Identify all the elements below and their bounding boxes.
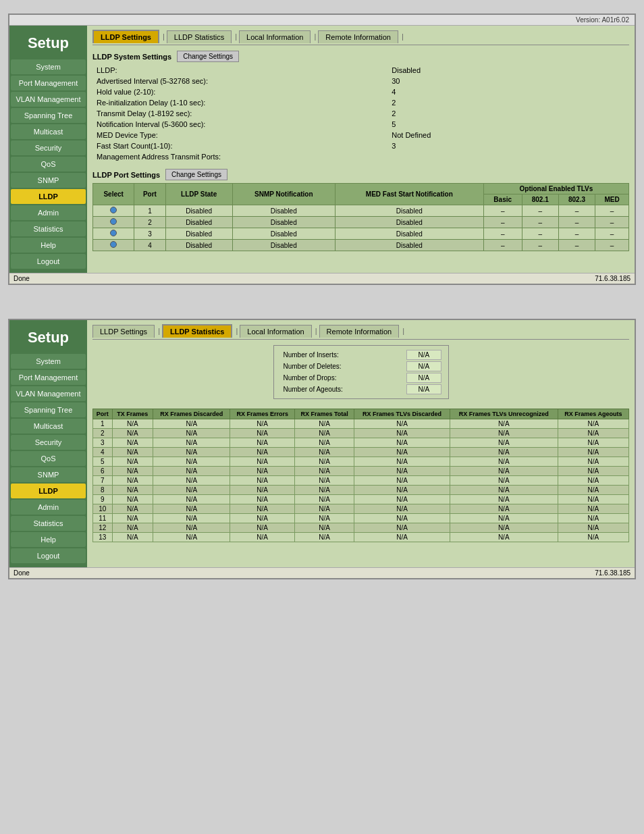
- tab2-remote-info[interactable]: Remote Information: [319, 325, 400, 338]
- stats-cell: N/A: [354, 504, 450, 514]
- stats-cell: N/A: [153, 495, 230, 504]
- sidebar-item-vlan-2[interactable]: VLAN Management: [11, 386, 86, 401]
- table-row: Fast Start Count(1-10): 3: [92, 140, 629, 151]
- radio-dot[interactable]: [110, 207, 117, 213]
- stats-cell: N/A: [558, 467, 628, 476]
- panel-1: Version: A01r6.02 Setup System Port Mana…: [8, 14, 636, 285]
- stats-cell: N/A: [112, 533, 153, 542]
- sidebar-item-admin[interactable]: Admin: [11, 205, 86, 220]
- stats-cell: N/A: [558, 533, 628, 542]
- stats-cell: N/A: [112, 514, 153, 523]
- table-row: Number of Drops: N/A: [281, 373, 441, 383]
- sidebar-item-lldp[interactable]: LLDP: [11, 189, 86, 204]
- sidebar-item-spanning[interactable]: Spanning Tree: [11, 108, 86, 123]
- sidebar-item-spanning-2[interactable]: Spanning Tree: [11, 402, 86, 417]
- row-select[interactable]: [93, 217, 134, 228]
- sidebar-item-system[interactable]: System: [11, 59, 86, 74]
- table-row: 5N/AN/AN/AN/AN/AN/AN/A: [93, 457, 629, 467]
- stats-cell: N/A: [153, 429, 230, 438]
- field-value: 2: [387, 97, 629, 108]
- sidebar-item-vlan[interactable]: VLAN Management: [11, 92, 86, 107]
- sidebar-item-qos-2[interactable]: QoS: [11, 451, 86, 466]
- sidebar-item-port[interactable]: Port Management: [11, 76, 86, 90]
- sidebar-item-snmp-2[interactable]: SNMP: [11, 467, 86, 482]
- field-value: 30: [387, 76, 629, 86]
- sidebar-item-security[interactable]: Security: [11, 140, 86, 155]
- table-row: 9N/AN/AN/AN/AN/AN/AN/A: [93, 495, 629, 504]
- sidebar-item-qos[interactable]: QoS: [11, 157, 86, 172]
- field-label: Notification Interval (5-3600 sec):: [92, 119, 387, 130]
- row-8021: –: [522, 228, 558, 240]
- table-row: 6N/AN/AN/AN/AN/AN/AN/A: [93, 467, 629, 476]
- field-label: Transmit Delay (1-8192 sec):: [92, 108, 387, 119]
- stats-cell: N/A: [450, 486, 558, 495]
- sidebar-item-multicast-2[interactable]: Multicast: [11, 419, 86, 434]
- system-settings-header: LLDP System Settings Change Settings: [92, 51, 629, 62]
- sidebar-item-admin-2[interactable]: Admin: [11, 500, 86, 515]
- tab-lldp-settings[interactable]: LLDP Settings: [92, 30, 159, 43]
- stats-cell: N/A: [450, 419, 558, 429]
- row-port: 2: [134, 217, 165, 228]
- ip-text-1: 71.6.38.185: [595, 275, 630, 282]
- stats-cell: N/A: [354, 533, 450, 542]
- stats-cell: N/A: [450, 448, 558, 457]
- tab-remote-info[interactable]: Remote Information: [318, 30, 398, 43]
- stats-cell: N/A: [294, 419, 354, 429]
- stats-cell: N/A: [112, 438, 153, 448]
- tab2-local-info[interactable]: Local Information: [240, 325, 311, 338]
- sidebar-item-statistics[interactable]: Statistics: [11, 221, 86, 236]
- stats-cell: 12: [93, 523, 113, 533]
- sidebar-item-system-2[interactable]: System: [11, 354, 86, 369]
- row-snmp: Disabled: [232, 228, 335, 240]
- info-value: N/A: [406, 373, 441, 383]
- sidebar-item-multicast[interactable]: Multicast: [11, 124, 86, 139]
- sidebar-item-help[interactable]: Help: [11, 238, 86, 253]
- stats-cell: N/A: [558, 429, 628, 438]
- sidebar-item-logout-2[interactable]: Logout: [11, 548, 86, 563]
- stats-cell: N/A: [112, 495, 153, 504]
- radio-dot[interactable]: [110, 218, 117, 225]
- row-select[interactable]: [93, 205, 134, 217]
- row-snmp: Disabled: [232, 240, 335, 251]
- sidebar-item-port-2[interactable]: Port Management: [11, 370, 86, 385]
- stats-cell: N/A: [354, 419, 450, 429]
- sidebar-title-1: Setup: [9, 29, 87, 59]
- radio-dot[interactable]: [110, 241, 117, 248]
- stats-cell: 5: [93, 457, 113, 467]
- tab2-lldp-settings[interactable]: LLDP Settings: [92, 325, 155, 338]
- sidebar-item-statistics-2[interactable]: Statistics: [11, 516, 86, 531]
- row-med: Disabled: [335, 240, 483, 251]
- change-settings-btn-2[interactable]: Change Settings: [165, 169, 227, 180]
- row-port: 1: [134, 205, 165, 217]
- stats-cell: 2: [93, 429, 113, 438]
- change-settings-btn-1[interactable]: Change Settings: [177, 51, 239, 62]
- sidebar-item-security-2[interactable]: Security: [11, 435, 86, 450]
- table-row: Number of Deletes: N/A: [281, 361, 441, 371]
- tab-lldp-statistics[interactable]: LLDP Statistics: [167, 30, 232, 43]
- stats-cell: N/A: [558, 457, 628, 467]
- stats-cell: N/A: [230, 514, 294, 523]
- stats-cell: N/A: [450, 514, 558, 523]
- stats-cell: N/A: [153, 486, 230, 495]
- stats-cell: N/A: [558, 514, 628, 523]
- stats-cell: N/A: [450, 476, 558, 486]
- row-med: Disabled: [335, 228, 483, 240]
- sidebar-item-snmp[interactable]: SNMP: [11, 173, 86, 188]
- stats-cell: N/A: [294, 476, 354, 486]
- row-select[interactable]: [93, 240, 134, 251]
- status-text-1: Done: [14, 275, 30, 282]
- sidebar-item-lldp-2[interactable]: LLDP: [11, 484, 86, 498]
- row-select[interactable]: [93, 228, 134, 240]
- content-area-2: LLDP Settings | LLDP Statistics | Local …: [87, 320, 635, 567]
- sidebar-item-help-2[interactable]: Help: [11, 532, 86, 547]
- stats-cell: N/A: [558, 448, 628, 457]
- field-label: Fast Start Count(1-10):: [92, 140, 387, 151]
- tab-local-info[interactable]: Local Information: [239, 30, 311, 43]
- radio-dot[interactable]: [110, 230, 117, 236]
- stats-cell: N/A: [112, 504, 153, 514]
- tabs-bar-2: LLDP Settings | LLDP Statistics | Local …: [92, 324, 629, 340]
- sidebar-item-logout[interactable]: Logout: [11, 254, 86, 269]
- table-row: 11N/AN/AN/AN/AN/AN/AN/A: [93, 514, 629, 523]
- stats-cell: N/A: [558, 504, 628, 514]
- tab2-lldp-statistics[interactable]: LLDP Statistics: [162, 324, 233, 338]
